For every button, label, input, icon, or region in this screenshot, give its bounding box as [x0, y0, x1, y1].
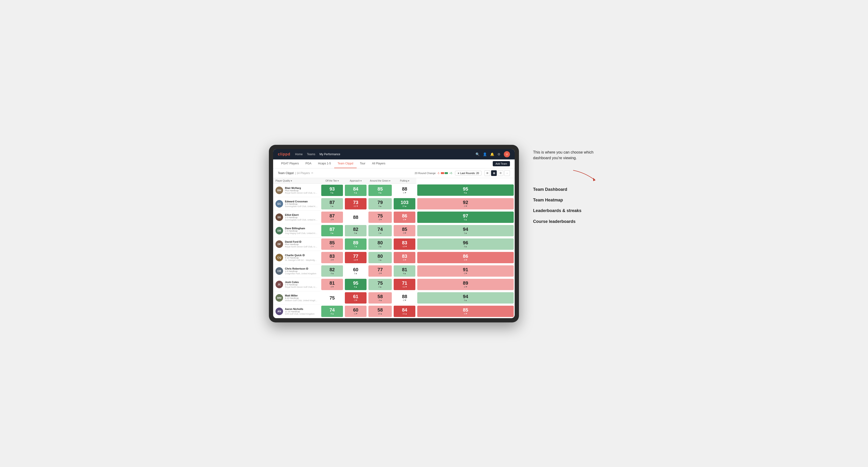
score-box: 86 -8▼	[417, 252, 514, 263]
score-cell: 80 3▲	[368, 237, 393, 251]
score-change: -6▼	[403, 259, 407, 261]
col-header-around-green[interactable]: Around the Green ▾	[368, 178, 393, 184]
view-download-button[interactable]: ↓	[504, 170, 510, 176]
bell-icon[interactable]: 🔔	[490, 152, 494, 156]
player-avatar: JC	[276, 281, 283, 288]
score-value: 75	[330, 295, 335, 300]
menu-option[interactable]: Team Heatmap	[533, 197, 599, 203]
score-box: 80 1▲	[368, 252, 392, 263]
team-controls: 20 Round Change -5 +5 ≡ Last Rounds: 20	[415, 170, 510, 176]
player-cell[interactable]: EE Elliot Ebert 1-5 Handicap Sunningdale…	[273, 210, 320, 224]
player-cell[interactable]: DF David Ford i Plus Handicap Royal Nort…	[273, 237, 320, 251]
nav-link-teams[interactable]: Teams	[307, 153, 315, 156]
sub-nav-tour[interactable]: Tour	[356, 159, 369, 168]
player-cell[interactable]: AN Aaron Nicholls 11-15 Handicap Drift G…	[273, 305, 320, 318]
score-change: -3▲	[330, 272, 334, 275]
sub-nav-all-players[interactable]: All Players	[369, 159, 389, 168]
col-header-off-tee[interactable]: Off the Tee ▾	[320, 178, 344, 184]
score-box: 79 9▲	[368, 198, 392, 210]
player-club: Drift Golf Club, United Kingdom	[285, 313, 315, 315]
player-handicap: Plus Handicap	[285, 189, 318, 192]
add-team-button[interactable]: Add Team	[493, 161, 510, 166]
sub-nav: PGAT Players PGA Hcaps 1-5 Team Clippd T…	[273, 159, 515, 168]
menu-option[interactable]: Team Dashboard	[533, 187, 599, 192]
sub-nav-team-clippd[interactable]: Team Clippd	[334, 159, 356, 168]
score-value: 89	[353, 240, 358, 245]
score-value: 80	[378, 254, 383, 258]
score-value: 94	[463, 227, 468, 231]
view-list-button[interactable]: ☰	[498, 170, 503, 176]
col-header-player[interactable]: Player Quality ▾	[273, 178, 320, 184]
player-cell[interactable]: CR Chris Robertson i 1-5 Handicap Craigm…	[273, 264, 320, 278]
score-cell: 75 -3▼	[368, 210, 393, 224]
last-rounds-button[interactable]: ≡ Last Rounds: 20	[455, 171, 482, 176]
score-change: -1▼	[403, 191, 407, 194]
player-handicap: 1-5 Handicap	[285, 270, 316, 272]
score-box: 85 8▲	[368, 185, 392, 196]
score-cell: 88	[344, 210, 368, 224]
score-box: 75 2▲	[368, 279, 392, 290]
table-row: AN Aaron Nicholls 11-15 Handicap Drift G…	[273, 305, 515, 318]
score-value: 88	[402, 187, 407, 191]
score-value: 92	[463, 200, 468, 205]
score-change: 10▲	[378, 312, 382, 315]
score-change: 15▲	[402, 205, 407, 207]
player-club: Gog Magog Golf Club, United Kingdom	[285, 232, 318, 235]
annotation-text: This is where you can choose which dashb…	[533, 150, 599, 161]
score-cell: 89 -2▼	[416, 278, 515, 291]
player-handicap: 6-10 Handicap	[285, 297, 318, 299]
player-cell[interactable]: MM Matt Miller 6-10 Handicap Woburn Golf…	[273, 291, 320, 305]
score-cell: 92 -3▼	[416, 197, 515, 210]
sub-nav-pgat[interactable]: PGAT Players	[278, 159, 302, 168]
table-row: EE Elliot Ebert 1-5 Handicap Sunningdale…	[273, 210, 515, 224]
score-box: 60 -1▼	[345, 306, 367, 317]
score-change: -8▼	[464, 259, 467, 261]
search-icon[interactable]: 🔍	[475, 152, 479, 156]
score-value: 81	[402, 267, 407, 272]
score-box: 95 8▲	[345, 279, 367, 290]
nav-link-home[interactable]: Home	[295, 153, 303, 156]
table-row: CQ Charlie Quick i 6-10 Handicap St. Geo…	[273, 251, 515, 264]
score-change: -3▼	[378, 272, 382, 275]
avatar[interactable]: U	[504, 151, 510, 157]
round-change: 20 Round Change -5 +5	[415, 172, 453, 175]
nav-link-my-performance[interactable]: My Performance	[319, 153, 340, 156]
score-box: 84 -21▲	[394, 306, 415, 317]
score-box: 82 4▲	[345, 225, 367, 236]
view-table-button[interactable]: ▦	[491, 170, 497, 176]
annotation-arrow	[533, 168, 599, 182]
player-name: Aaron Nicholls	[285, 308, 315, 310]
player-name: Chris Robertson i	[285, 267, 316, 270]
score-cell: 81 4▲	[393, 264, 416, 278]
sub-nav-pga[interactable]: PGA	[302, 159, 315, 168]
col-header-putting[interactable]: Putting ▾	[393, 178, 416, 184]
score-box: 85 -3▼	[394, 225, 415, 236]
menu-option[interactable]: Course leaderboards	[533, 219, 599, 224]
col-header-approach[interactable]: Approach ▾	[344, 178, 368, 184]
score-value: 87	[330, 227, 335, 231]
score-cell: 60 -1▼	[344, 305, 368, 318]
edit-icon[interactable]: ✏	[311, 172, 313, 174]
view-grid-button[interactable]: ⊞	[485, 170, 490, 176]
menu-option[interactable]: Leaderboards & streaks	[533, 208, 599, 214]
player-cell[interactable]: DB Dave Billingham 1-5 Handicap Gog Mago…	[273, 224, 320, 237]
settings-icon[interactable]: ⚙	[497, 152, 500, 156]
player-avatar: CQ	[276, 254, 283, 261]
user-icon[interactable]: 👤	[483, 152, 487, 156]
sub-nav-hcaps[interactable]: Hcaps 1-5	[315, 159, 334, 168]
player-cell[interactable]: CQ Charlie Quick i 6-10 Handicap St. Geo…	[273, 251, 320, 264]
player-cell[interactable]: BM Blair McHarg Plus Handicap Royal Nort…	[273, 184, 320, 197]
player-cell[interactable]: JC Josh Coles 1-5 Handicap Royal North D…	[273, 278, 320, 291]
player-name: Dave Billingham	[285, 227, 318, 230]
player-details: Chris Robertson i 1-5 Handicap Craigmill…	[285, 267, 316, 275]
player-avatar: CR	[276, 267, 283, 275]
player-info: CR Chris Robertson i 1-5 Handicap Craigm…	[276, 267, 318, 275]
table-container: Player Quality ▾ Off the Tee ▾ Approach …	[273, 178, 515, 318]
score-cell: 84 6▲	[344, 184, 368, 197]
score-value: 91	[463, 267, 468, 272]
score-value: 94	[463, 294, 468, 299]
player-cell[interactable]: EC Edward Crossman 1-5 Handicap Sunningd…	[273, 197, 320, 210]
score-cell: 97 5▲	[416, 210, 515, 224]
team-header: Team Clippd | 14 Players ✏ 20 Round Chan…	[273, 168, 515, 178]
score-value: 85	[402, 227, 407, 231]
